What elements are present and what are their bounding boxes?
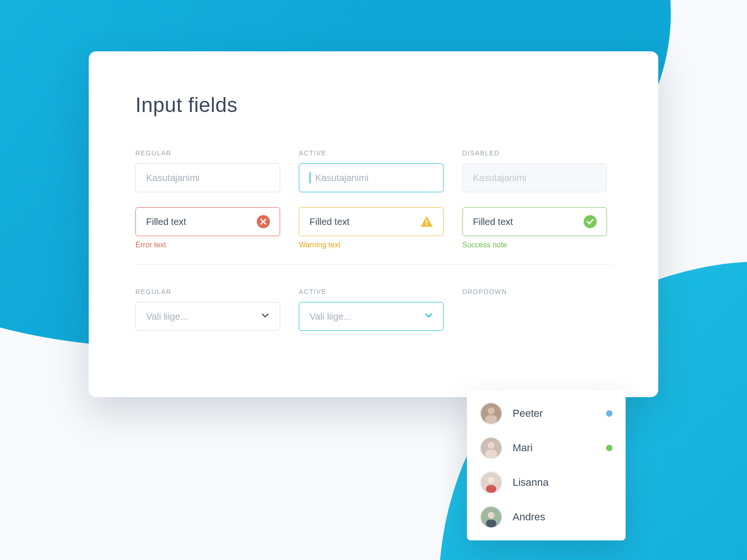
avatar <box>480 402 502 425</box>
text-input-regular[interactable]: Kasutajanimi <box>135 163 280 192</box>
field-disabled: DISABLED Kasutajanimi <box>462 149 607 192</box>
field-select-dropdown: DROPDOWN <box>462 288 607 331</box>
input-value: Filled text <box>146 217 186 227</box>
field-label: REGULAR <box>135 288 280 295</box>
svg-point-3 <box>584 215 597 228</box>
field-regular: REGULAR Kasutajanimi <box>135 149 280 192</box>
section-divider <box>135 264 612 265</box>
success-icon <box>583 215 597 229</box>
text-input-error[interactable]: Filled text <box>135 207 280 236</box>
dropdown-option-label: Andres <box>513 511 613 523</box>
dropdown-option[interactable]: Mari <box>480 437 613 459</box>
text-input-success[interactable]: Filled text <box>462 207 607 236</box>
page-title: Input fields <box>135 93 612 117</box>
status-dot-icon <box>606 410 613 417</box>
field-label: DROPDOWN <box>462 288 607 295</box>
field-error: Filled text Error text <box>135 207 280 249</box>
input-placeholder: Kasutajanimi <box>315 173 369 183</box>
svg-point-8 <box>488 442 495 449</box>
svg-point-14 <box>488 512 495 519</box>
status-dot-icon <box>606 445 613 451</box>
avatar <box>480 437 502 459</box>
dropdown-panel: Peeter Mari Lisanna Andres <box>467 390 626 540</box>
warning-icon <box>420 215 434 229</box>
dropdown-option[interactable]: Lisanna <box>480 471 613 494</box>
input-value: Filled text <box>310 217 350 227</box>
dropdown-option[interactable]: Peeter <box>480 402 613 425</box>
input-placeholder: Kasutajanimi <box>473 173 527 183</box>
error-icon <box>256 215 270 229</box>
field-select-regular: REGULAR Vali liige... <box>135 288 280 331</box>
input-row-states: REGULAR Kasutajanimi ACTIVE Kasutajanimi… <box>135 149 612 192</box>
text-input-active[interactable]: Kasutajanimi <box>299 163 444 192</box>
input-value: Filled text <box>473 217 513 227</box>
field-active: ACTIVE Kasutajanimi <box>299 149 444 192</box>
showcase-card: Input fields REGULAR Kasutajanimi ACTIVE… <box>89 51 658 397</box>
svg-point-2 <box>426 224 427 225</box>
select-placeholder: Vali liige... <box>146 311 188 322</box>
dropdown-option-label: Mari <box>513 442 596 454</box>
field-label: ACTIVE <box>299 149 444 157</box>
chevron-down-icon <box>261 311 269 322</box>
svg-rect-1 <box>426 220 428 224</box>
svg-rect-15 <box>486 520 496 528</box>
avatar <box>480 506 502 528</box>
field-label: DISABLED <box>462 149 607 157</box>
helper-text-warning: Warning text <box>299 241 444 249</box>
svg-rect-9 <box>485 450 497 458</box>
chevron-down-icon <box>424 311 433 322</box>
dropdown-option-label: Lisanna <box>513 476 613 489</box>
input-row-validation: Filled text Error text Filled text Warni… <box>135 207 612 249</box>
input-placeholder: Kasutajanimi <box>146 173 200 183</box>
dropdown-option-label: Peeter <box>513 407 596 420</box>
select-row: REGULAR Vali liige... ACTIVE Vali liige.… <box>135 288 612 331</box>
svg-rect-6 <box>485 415 497 424</box>
dropdown-option[interactable]: Andres <box>480 506 613 528</box>
svg-rect-12 <box>486 485 496 493</box>
field-warning: Filled text Warning text <box>299 207 444 249</box>
select-active[interactable]: Vali liige... <box>299 302 444 331</box>
avatar <box>480 471 502 494</box>
field-success: Filled text Success note <box>462 207 607 249</box>
helper-text-error: Error text <box>135 241 280 249</box>
text-input-warning[interactable]: Filled text <box>299 207 444 236</box>
select-regular[interactable]: Vali liige... <box>135 302 280 331</box>
text-caret <box>310 172 310 183</box>
field-label: REGULAR <box>135 149 280 157</box>
helper-text-success: Success note <box>462 241 607 249</box>
svg-point-5 <box>488 407 495 414</box>
text-input-disabled: Kasutajanimi <box>462 163 607 192</box>
field-select-active: ACTIVE Vali liige... <box>299 288 444 331</box>
field-label: ACTIVE <box>299 288 444 295</box>
select-placeholder: Vali liige... <box>310 311 352 322</box>
svg-point-11 <box>488 476 495 483</box>
